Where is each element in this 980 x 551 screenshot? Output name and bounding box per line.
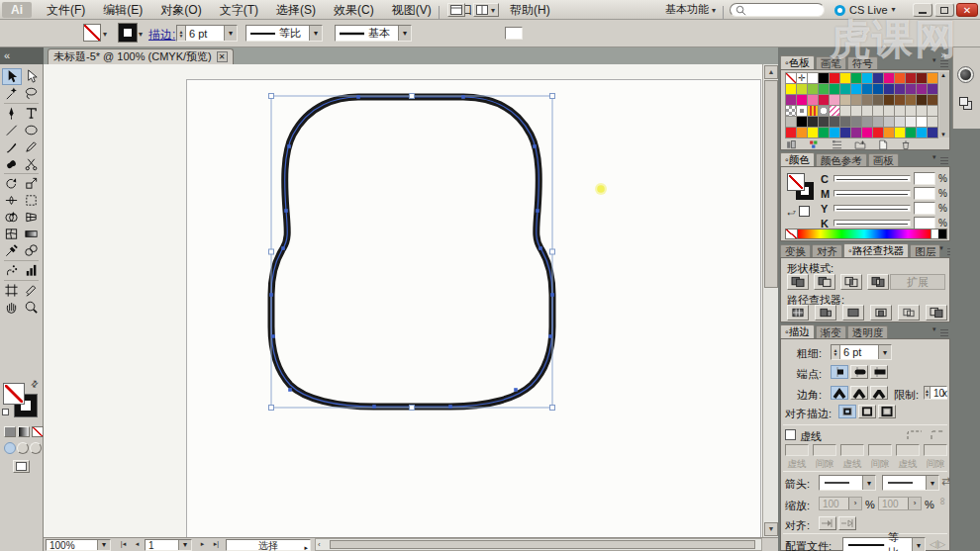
swatch-color[interactable] xyxy=(819,117,830,128)
pen-tool[interactable] xyxy=(2,105,22,122)
swatch-color[interactable] xyxy=(808,117,819,128)
dash-value-field[interactable] xyxy=(924,444,947,456)
perspective-grid-tool[interactable] xyxy=(22,209,42,226)
draw-normal-button[interactable] xyxy=(4,442,16,454)
bbox-handle[interactable] xyxy=(410,94,415,99)
show-kinds-icon[interactable] xyxy=(831,138,844,150)
canvas[interactable] xyxy=(44,64,762,537)
options-field[interactable] xyxy=(505,27,523,40)
none-swatch[interactable] xyxy=(786,230,798,238)
swatches-tab-符号[interactable]: 符号 xyxy=(847,56,878,69)
swatch-color[interactable] xyxy=(906,128,917,138)
swatch-color[interactable] xyxy=(906,117,917,128)
dropdown-icon[interactable]: ▾ xyxy=(97,540,110,550)
anchor-point[interactable] xyxy=(539,246,542,250)
artboard-tool[interactable] xyxy=(2,282,22,299)
menu-文字[interactable]: 文字(T) xyxy=(211,0,267,20)
maximize-button[interactable] xyxy=(934,3,954,17)
free-transform-tool[interactable] xyxy=(22,192,42,209)
swatch-color[interactable] xyxy=(862,73,873,84)
swatch-color[interactable] xyxy=(917,73,928,84)
arrow-scale-start[interactable]: 100› xyxy=(819,497,862,510)
scroll-down-icon[interactable]: ▼ xyxy=(764,522,778,536)
swatch-color[interactable] xyxy=(851,84,862,95)
dash-value-field[interactable] xyxy=(813,444,836,456)
swatch-registration[interactable]: ✛ xyxy=(797,73,808,84)
cap-projecting-button[interactable] xyxy=(870,365,888,379)
anchor-point[interactable] xyxy=(356,95,360,99)
shape-builder-tool[interactable] xyxy=(2,209,22,226)
swatch-color[interactable] xyxy=(906,73,917,84)
pathfinder-trim-button[interactable] xyxy=(815,305,836,321)
swatch-color[interactable] xyxy=(895,128,906,138)
dashed-checkbox[interactable] xyxy=(785,429,796,440)
channel-value-Y[interactable] xyxy=(914,202,935,215)
dash-value-field[interactable] xyxy=(868,444,892,456)
swatch-color[interactable] xyxy=(819,84,830,95)
pathfinder-tab-对齐[interactable]: 对齐 xyxy=(812,244,842,257)
swatch-color[interactable] xyxy=(786,95,797,106)
slice-tool[interactable] xyxy=(22,282,42,299)
menu-效果[interactable]: 效果(C) xyxy=(325,0,383,20)
swatch-color[interactable] xyxy=(851,95,862,106)
swatch-libraries-icon[interactable] xyxy=(785,138,799,150)
eyedropper-tool[interactable] xyxy=(2,242,22,259)
swatch-color[interactable] xyxy=(917,84,928,95)
hand-tool[interactable] xyxy=(2,299,22,316)
fill-indicator[interactable] xyxy=(3,383,25,405)
bbox-handle[interactable] xyxy=(269,249,274,254)
next-artboard-icon[interactable]: ▸ xyxy=(196,539,209,550)
swatch-color[interactable] xyxy=(928,95,938,106)
fill-dropdown-icon[interactable]: ▾ xyxy=(103,31,107,39)
bbox-handle[interactable] xyxy=(410,406,415,411)
bbox-handle[interactable] xyxy=(550,249,555,254)
paintbrush-tool[interactable] xyxy=(2,138,22,155)
swatch-color[interactable] xyxy=(884,95,895,106)
rotate-tool[interactable] xyxy=(2,175,22,192)
swatch-pattern[interactable] xyxy=(830,106,840,117)
channel-value-M[interactable] xyxy=(914,187,935,200)
swatch-color[interactable] xyxy=(917,128,928,138)
align-stroke-center-button[interactable] xyxy=(858,405,876,418)
pencil-tool[interactable] xyxy=(22,138,42,155)
bbox-handle[interactable] xyxy=(550,94,555,99)
scroll-up-icon[interactable]: ▲ xyxy=(764,65,778,79)
swatch-color[interactable] xyxy=(862,117,873,128)
arrange-documents-icon[interactable] xyxy=(447,3,465,17)
stroke-color-swatch[interactable] xyxy=(119,24,137,42)
pathfinder-merge-button[interactable] xyxy=(842,305,864,321)
horizontal-scrollbar[interactable]: ‹ xyxy=(315,538,762,551)
swatches-scrollbar[interactable]: ▲ ▼ xyxy=(939,72,949,138)
scrollbar-thumb[interactable] xyxy=(764,80,778,288)
stroke-weight-combo[interactable]: ▲▼ 6 pt ▾ xyxy=(176,25,238,42)
pathfinder-divide-button[interactable] xyxy=(787,305,809,321)
menu-对象[interactable]: 对象(O) xyxy=(151,0,210,20)
swatch-color[interactable] xyxy=(797,84,808,95)
pathfinder-tab-路径查找器[interactable]: ◦路径查找器 xyxy=(843,243,909,257)
anchor-point[interactable] xyxy=(536,209,539,213)
fill-proxy[interactable] xyxy=(787,173,805,191)
corner-miter-button[interactable] xyxy=(831,386,848,400)
color-tab-颜色参考[interactable]: 颜色参考 xyxy=(816,153,867,166)
swatch-color[interactable] xyxy=(873,95,884,106)
swatch-pattern[interactable] xyxy=(797,106,808,117)
swatch-pattern[interactable] xyxy=(808,106,819,117)
swatch-color[interactable] xyxy=(895,84,906,95)
fill-color-swatch[interactable] xyxy=(83,24,101,42)
channel-slider-M[interactable] xyxy=(833,190,911,197)
dropdown-icon[interactable]: ▾ xyxy=(178,540,191,550)
anchor-point[interactable] xyxy=(550,293,554,297)
anchor-point[interactable] xyxy=(548,334,552,338)
selected-shape[interactable] xyxy=(271,97,552,407)
channel-value-C[interactable] xyxy=(914,172,935,185)
arrow-align-end-button[interactable] xyxy=(838,516,856,530)
stepper-icon[interactable]: ▲▼ xyxy=(177,26,186,41)
swatches-tab-色板[interactable]: ◦色板 xyxy=(780,55,815,69)
search-input[interactable] xyxy=(730,3,825,17)
line-segment-tool[interactable] xyxy=(2,122,22,138)
scissors-tool[interactable] xyxy=(22,155,42,172)
swatch-color[interactable] xyxy=(851,73,862,84)
swatch-color[interactable] xyxy=(873,128,884,138)
swatch-pattern[interactable] xyxy=(819,106,830,117)
swatch-color[interactable] xyxy=(840,95,851,106)
